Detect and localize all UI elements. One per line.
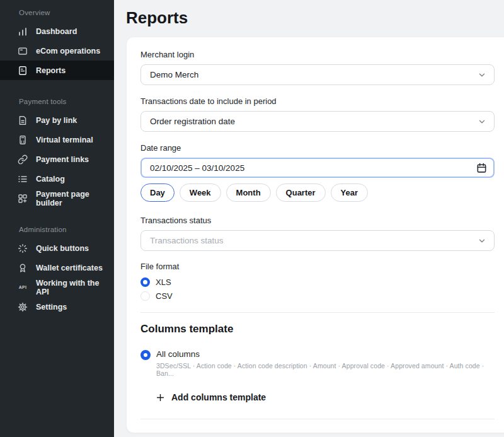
date-range-label: Date range: [140, 143, 495, 153]
file-format-label: File format: [140, 262, 495, 271]
sidebar-item-label: eCom operations: [36, 47, 100, 55]
sidebar-item-label: Payment page builder: [36, 190, 114, 207]
transactions-status-placeholder: Transactions status: [150, 236, 224, 245]
sidebar-item-dashboard[interactable]: Dashboard: [0, 21, 114, 41]
divider: [140, 312, 495, 313]
columns-template-option-label: All columns: [156, 349, 200, 359]
merchant-login-select[interactable]: Demo Merch: [140, 64, 495, 85]
period-pill-month[interactable]: Month: [226, 184, 271, 202]
sparkle-icon: [18, 243, 28, 253]
card-icon: [18, 46, 28, 56]
sidebar-section-overview: Overview Dashboard eCom operations Repor…: [0, 4, 114, 80]
add-columns-template-label: Add columns template: [171, 392, 266, 402]
sidebar-item-label: Dashboard: [36, 27, 77, 36]
sidebar: Overview Dashboard eCom operations Repor…: [0, 0, 114, 437]
sidebar-item-wallet-certificates[interactable]: Wallet certificates: [0, 258, 114, 277]
section-label-payment-tools: Payment tools: [0, 93, 114, 110]
period-pill-day[interactable]: Day: [140, 184, 175, 202]
columns-template-description: 3DSec/SSL · Action code · Action code de…: [156, 362, 495, 377]
divider: [140, 419, 495, 419]
report-icon: [18, 66, 28, 76]
page-title: Reports: [126, 8, 504, 28]
report-form-card: Merchant login Demo Merch Transactions d…: [126, 37, 504, 433]
date-range-input-wrap: [140, 158, 495, 178]
date-range-input[interactable]: [140, 158, 495, 178]
sidebar-item-payment-page-builder[interactable]: Payment page builder: [0, 189, 114, 208]
sidebar-item-label: Reports: [36, 66, 66, 75]
transactions-date-field: Transactions date to include in period O…: [140, 96, 495, 132]
transactions-status-label: Transactions status: [140, 216, 495, 225]
sidebar-item-label: Working with the API: [36, 279, 114, 296]
columns-template-option-all[interactable]: All columns: [140, 349, 495, 360]
sidebar-item-working-with-api[interactable]: API Working with the API: [0, 277, 114, 297]
main-content: Reports Merchant login Demo Merch Transa…: [114, 0, 504, 437]
chevron-down-icon: [478, 71, 486, 79]
radio-label: CSV: [156, 291, 173, 301]
period-pills: Day Week Month Quarter Year: [140, 184, 495, 202]
sidebar-item-label: Payment links: [36, 155, 89, 164]
columns-template-heading: Columns template: [140, 323, 495, 335]
transactions-date-select[interactable]: Order registration date: [140, 111, 495, 132]
grid-plus-icon: [18, 194, 28, 204]
merchant-login-value: Demo Merch: [150, 70, 198, 79]
period-pill-year[interactable]: Year: [331, 184, 368, 202]
merchant-login-field: Merchant login Demo Merch: [140, 50, 495, 85]
plus-icon: [156, 393, 165, 402]
section-label-administration: Administration: [0, 221, 114, 238]
merchant-login-label: Merchant login: [140, 50, 495, 59]
award-icon: [18, 263, 28, 273]
sidebar-item-label: Settings: [36, 303, 67, 312]
calendar-button[interactable]: [476, 162, 488, 173]
sidebar-item-catalog[interactable]: Catalog: [0, 169, 114, 189]
list-icon: [18, 174, 28, 184]
receipt-icon: [18, 115, 28, 125]
sidebar-item-pay-by-link[interactable]: Pay by link: [0, 110, 114, 130]
period-pill-quarter[interactable]: Quarter: [276, 184, 326, 202]
transactions-status-select[interactable]: Transactions status: [140, 230, 495, 251]
chevron-down-icon: [478, 236, 486, 245]
sidebar-item-label: Wallet certificates: [36, 264, 103, 272]
terminal-icon: [18, 135, 28, 145]
add-columns-template-button[interactable]: Add columns template: [156, 392, 266, 402]
transactions-date-value: Order registration date: [150, 117, 235, 126]
sidebar-item-label: Quick buttons: [36, 244, 89, 253]
sidebar-item-settings[interactable]: Settings: [0, 297, 114, 317]
transactions-status-field: Transactions status Transactions status: [140, 216, 495, 251]
sidebar-item-label: Catalog: [36, 175, 65, 184]
sidebar-item-virtual-terminal[interactable]: Virtual terminal: [0, 130, 114, 149]
file-format-option-xls[interactable]: XLS: [140, 276, 495, 288]
radio-selected-icon: [140, 277, 150, 287]
period-pill-week[interactable]: Week: [180, 184, 221, 202]
transactions-date-label: Transactions date to include in period: [140, 96, 495, 106]
file-format-option-csv[interactable]: CSV: [140, 289, 495, 302]
chevron-down-icon: [478, 117, 486, 126]
section-label-overview: Overview: [0, 4, 114, 21]
gear-icon: [18, 302, 28, 312]
bar-chart-icon: [18, 26, 28, 37]
sidebar-item-payment-links[interactable]: Payment links: [0, 149, 114, 169]
link-icon: [18, 154, 28, 165]
file-format-group: File format XLS CSV: [140, 262, 495, 302]
sidebar-item-reports[interactable]: Reports: [0, 61, 114, 80]
sidebar-section-administration: Administration Quick buttons Wallet cert…: [0, 221, 114, 317]
radio-selected-icon: [140, 350, 151, 360]
api-icon: API: [18, 283, 28, 293]
sidebar-item-quick-buttons[interactable]: Quick buttons: [0, 238, 114, 258]
sidebar-item-label: Virtual terminal: [36, 136, 93, 144]
sidebar-section-payment-tools: Payment tools Pay by link Virtual termin…: [0, 93, 114, 208]
radio-label: XLS: [156, 277, 171, 287]
date-range-field: Date range Day Week Month Quarter Year: [140, 143, 495, 202]
radio-unselected-icon: [140, 291, 150, 301]
sidebar-item-label: Pay by link: [36, 116, 77, 125]
sidebar-item-ecom-operations[interactable]: eCom operations: [0, 41, 114, 61]
calendar-icon: [476, 163, 487, 173]
